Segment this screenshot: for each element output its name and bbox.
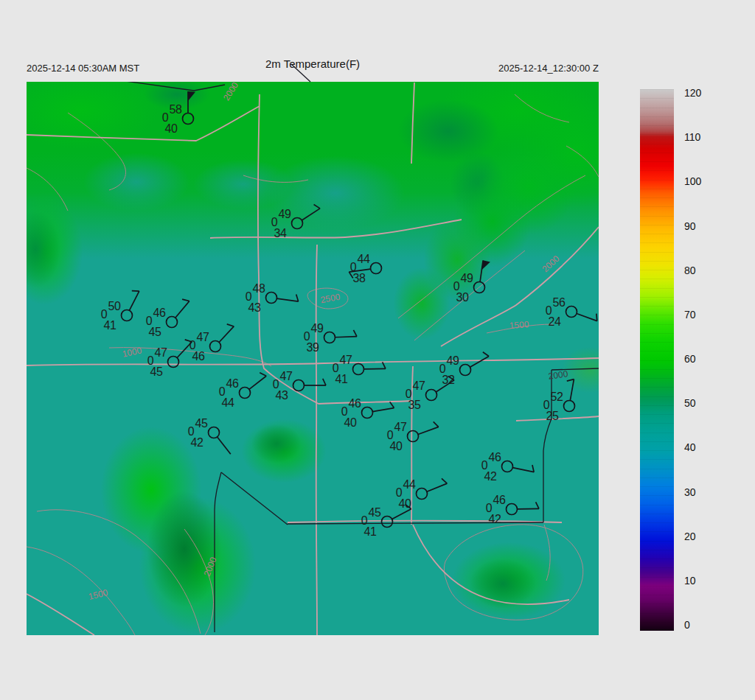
colorbar-tick-label: 10 [684, 575, 696, 587]
page-background: { "header": { "left_timestamp": "2025-12… [0, 0, 755, 700]
colorbar [640, 89, 674, 631]
colorbar-tick-label: 80 [684, 265, 696, 276]
colorbar-tick-label: 110 [684, 131, 700, 143]
colorbar-tick-label: 30 [684, 486, 696, 498]
colorbar-tick-label: 50 [684, 397, 696, 409]
wind-barb-icon [350, 485, 424, 559]
timestamp-utc: 2025-12-14_12:30:00 Z [498, 63, 599, 74]
colorbar-tick-label: 120 [684, 87, 701, 99]
wind-barb-icon [339, 231, 413, 305]
wind-barb-icon [442, 251, 516, 324]
colorbar-tick-label: 40 [684, 441, 696, 453]
colorbar-tick-label: 20 [684, 531, 696, 542]
colorbar-tick-label: 90 [684, 220, 696, 232]
wind-barb-icon [151, 82, 225, 155]
wind-barb-icon [136, 325, 210, 399]
colorbar-tick-label: 100 [684, 175, 701, 187]
colorbar-gradient [640, 89, 674, 631]
colorbar-tick-label: 60 [684, 353, 696, 365]
colorbar-tick-label: 70 [684, 309, 696, 321]
wind-barb-icon [535, 275, 608, 349]
colorbar-tick-label: 0 [684, 619, 690, 631]
wind-barb-icon [475, 472, 549, 546]
wind-barb-icon [262, 349, 335, 422]
wind-barb-icon [177, 396, 251, 469]
wind-barb-icon [260, 186, 334, 260]
